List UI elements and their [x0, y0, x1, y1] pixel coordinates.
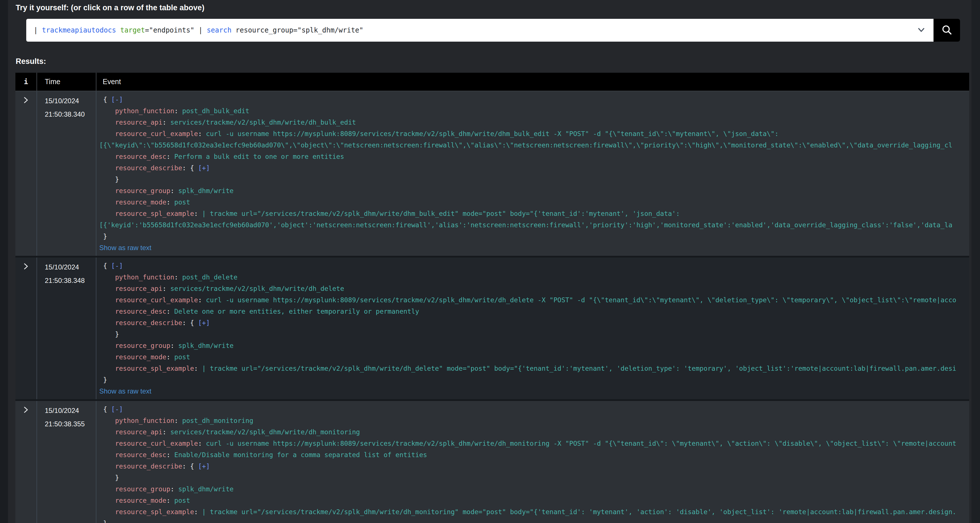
json-plain: : [166, 353, 174, 361]
event-timestamp: 21:50:38.355 [45, 417, 96, 431]
json-plain: : [166, 451, 174, 459]
json-key: resource_api [115, 285, 162, 292]
json-plain [99, 485, 115, 493]
json-plain: : [162, 119, 170, 126]
expand-chevron-icon[interactable] [23, 406, 29, 415]
events-table: i Time Event 15/10/202421:50:38.340 { [-… [15, 73, 969, 523]
event-json-cell: { [-] python_function: post_dh_monitorin… [96, 401, 969, 523]
json-plain [99, 153, 115, 160]
json-plain [99, 187, 115, 194]
json-value: post [174, 199, 190, 206]
event-json-line: [{\"keyid\":\"b55658d1fc032ea3e1ecfc9eb6… [99, 140, 969, 151]
json-key: resource_describe [115, 164, 182, 172]
json-plain [99, 463, 115, 470]
chevron-down-icon[interactable] [916, 27, 926, 34]
expand-chevron-icon[interactable] [23, 262, 29, 271]
scrollbar-track[interactable] [972, 0, 980, 523]
json-plain: : [162, 285, 170, 292]
json-value: curl -u username https://mysplunk:8089/s… [206, 296, 956, 304]
magnifier-icon [940, 23, 953, 37]
json-plain: : [194, 210, 202, 217]
event-json-line: resource_group: splk_dhm/write [99, 185, 969, 197]
json-plain: } [99, 376, 107, 383]
json-key: resource_describe [115, 319, 182, 326]
json-plain [99, 107, 115, 114]
event-row[interactable]: 15/10/202421:50:38.348 { [-] python_func… [15, 256, 969, 399]
json-value: | trackme url="/services/trackme/v2/splk… [202, 365, 956, 372]
expand-toggle[interactable]: [-] [111, 96, 123, 103]
expand-toggle[interactable]: [+] [198, 463, 210, 470]
event-json-line: { [-] [99, 404, 969, 415]
event-json-line: resource_desc: Enable/Disable monitoring… [99, 449, 969, 461]
json-value: post_dh_monitoring [182, 417, 253, 424]
header-info-column: i [15, 73, 37, 91]
event-row[interactable]: 15/10/202421:50:38.340 { [-] python_func… [15, 91, 969, 256]
query-token-cmd: trackmeapiautodocs [42, 26, 116, 34]
json-plain [99, 319, 115, 326]
event-json-line: [{'keyid':'b55658d1fc032ea3e1ecfc9eb60ad… [99, 219, 969, 231]
expand-toggle[interactable]: [-] [111, 405, 123, 413]
json-key: resource_api [115, 119, 162, 126]
json-value: services/trackme/v2/splk_dhm/write/dh_de… [170, 285, 344, 292]
json-plain: : [194, 365, 202, 372]
expand-toggle[interactable]: [-] [111, 262, 123, 269]
json-plain [99, 130, 115, 137]
json-plain [99, 451, 115, 459]
json-plain [99, 353, 115, 361]
json-plain [99, 440, 115, 447]
json-plain [99, 164, 115, 172]
expand-toggle[interactable]: [+] [198, 164, 210, 172]
json-key: resource_curl_example [115, 130, 198, 137]
json-key: resource_spl_example [115, 508, 194, 516]
json-plain: } [99, 520, 107, 523]
event-json-line: resource_api: services/trackme/v2/splk_d… [99, 117, 969, 128]
json-plain: } [99, 331, 119, 338]
json-plain [99, 497, 115, 504]
json-key: python_function [115, 273, 174, 281]
query-token-plain: | [33, 26, 42, 34]
json-value: splk_dhm/write [178, 485, 234, 493]
json-plain: : { [182, 319, 198, 326]
json-plain [99, 342, 115, 349]
json-value: post [174, 497, 190, 504]
json-plain: : [198, 296, 206, 304]
expand-chevron-icon[interactable] [23, 96, 29, 105]
json-key: python_function [115, 107, 174, 114]
event-json-line: resource_describe: { [+] [99, 162, 969, 174]
json-plain [99, 308, 115, 315]
json-key: resource_group [115, 187, 170, 194]
json-plain: } [99, 176, 119, 183]
show-raw-text-link[interactable]: Show as raw text [99, 386, 969, 397]
json-value: | trackme url="/services/trackme/v2/splk… [202, 508, 956, 516]
json-plain [99, 273, 115, 281]
header-event-column: Event [96, 73, 969, 91]
event-time-cell: 15/10/202421:50:38.340 [37, 91, 96, 256]
search-submit-button[interactable] [934, 19, 960, 41]
json-plain: : [174, 273, 182, 281]
json-plain: : [166, 199, 174, 206]
event-json-line: python_function: post_dh_monitoring [99, 415, 969, 426]
expand-toggle[interactable]: [+] [198, 319, 210, 326]
show-raw-text-link[interactable]: Show as raw text [99, 242, 969, 254]
json-key: resource_describe [115, 463, 182, 470]
json-value: [{\"keyid\":\"b55658d1fc032ea3e1ecfc9eb6… [99, 141, 952, 149]
event-row[interactable]: 15/10/202421:50:38.355 { [-] python_func… [15, 399, 969, 523]
json-plain: { [99, 262, 111, 269]
event-json-line: } [99, 472, 969, 483]
event-json-line: resource_curl_example: curl -u username … [99, 438, 969, 449]
event-json-line: resource_api: services/trackme/v2/splk_d… [99, 426, 969, 438]
search-input[interactable]: | trackmeapiautodocs target="endpoints" … [26, 19, 934, 41]
event-json-cell: { [-] python_function: post_dh_bulk_edit… [96, 91, 969, 256]
json-value: Delete one or more entities, either temp… [174, 308, 419, 315]
json-plain: : [162, 428, 170, 436]
json-plain: } [99, 233, 107, 240]
json-key: resource_mode [115, 199, 166, 206]
json-plain: : [170, 342, 178, 349]
json-plain: } [99, 474, 119, 482]
json-plain: : [174, 107, 182, 114]
json-plain [99, 285, 115, 292]
json-key: resource_mode [115, 497, 166, 504]
event-info-cell [15, 258, 37, 399]
event-timestamp: 21:50:38.340 [45, 108, 96, 121]
json-value: services/trackme/v2/splk_dhm/write/dh_mo… [170, 428, 360, 436]
